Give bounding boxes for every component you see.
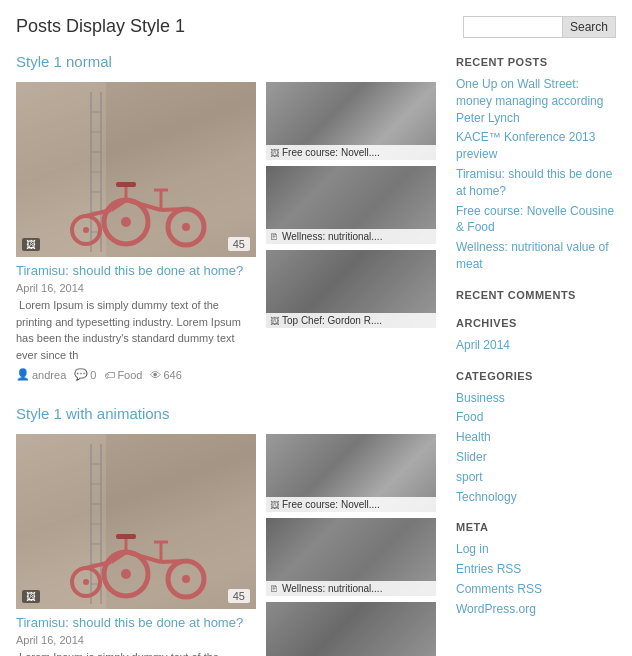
small-post-icon-1-0: 🖼 (270, 148, 279, 158)
small-post-img-1-0: 🖼 Free course: Novell.... (266, 82, 436, 160)
comments-tag-1: 💬 0 (74, 368, 96, 381)
small-post-label-1-1: 🖹 Wellness: nutritional.... (266, 229, 436, 244)
large-post-2: 🖼 45 Tiramisu: should this be done at ho… (16, 434, 256, 656)
section-title-2: Style 1 with animations (16, 405, 436, 422)
small-post-1-1: 🖹 Wellness: nutritional.... (266, 166, 436, 244)
section-title-1: Style 1 normal (16, 53, 436, 70)
meta-link-2[interactable]: Comments RSS (456, 581, 616, 598)
sidebar-categories: CATEGORIES Business Food Health Slider s… (456, 370, 616, 506)
page-title: Posts Display Style 1 (16, 16, 436, 37)
small-post-icon-2-0: 🖼 (270, 500, 279, 510)
svg-point-15 (182, 223, 190, 231)
svg-rect-1 (16, 82, 106, 257)
sidebar-recent-comments: RECENT COMMENTS (456, 289, 616, 301)
recent-post-1[interactable]: KACE™ Konference 2013 preview (456, 129, 616, 163)
large-post-excerpt-1: Lorem Ipsum is simply dummy text of the … (16, 297, 256, 363)
category-4[interactable]: sport (456, 469, 616, 486)
small-post-img-2-1: 🖹 Wellness: nutritional.... (266, 518, 436, 596)
small-post-label-2-1: 🖹 Wellness: nutritional.... (266, 581, 436, 596)
large-post-number-1: 45 (228, 237, 250, 251)
large-post-image-2: 🖼 45 (16, 434, 256, 609)
small-post-icon-1-1: 🖹 (270, 232, 279, 242)
small-post-img-2-0: 🖼 Free course: Novell.... (266, 434, 436, 512)
meta-link-1[interactable]: Entries RSS (456, 561, 616, 578)
recent-comments-title: RECENT COMMENTS (456, 289, 616, 301)
category-0[interactable]: Business (456, 390, 616, 407)
recent-post-3[interactable]: Free course: Novelle Cousine & Food (456, 203, 616, 237)
search-button[interactable]: Search (563, 16, 616, 38)
small-posts-1: 🖼 Free course: Novell.... 🖹 Wellness: nu… (266, 82, 436, 381)
large-post-image-svg-2 (16, 434, 256, 609)
search-input[interactable] (463, 16, 563, 38)
svg-rect-51 (116, 534, 136, 539)
svg-rect-27 (16, 434, 106, 609)
meta-title: META (456, 521, 616, 533)
archive-0[interactable]: April 2014 (456, 337, 616, 354)
large-post-tags-1: 👤 andrea 💬 0 🏷 Food 👁 646 (16, 368, 256, 381)
small-post-img-2-2: 🖼 Top Chef: Gordon R.... (266, 602, 436, 656)
recent-post-4[interactable]: Wellness: nutritional value of meat (456, 239, 616, 273)
small-posts-2: 🖼 Free course: Novell.... 🖹 Wellness: nu… (266, 434, 436, 656)
svg-point-39 (121, 569, 131, 579)
large-post-number-2: 45 (228, 589, 250, 603)
large-post-image-svg-1 (16, 82, 256, 257)
svg-point-17 (83, 227, 89, 233)
svg-point-41 (182, 575, 190, 583)
large-post-info-1: Tiramisu: should this be done at home? A… (16, 263, 256, 381)
categories-title: CATEGORIES (456, 370, 616, 382)
meta-link-0[interactable]: Log in (456, 541, 616, 558)
section-style1-animations: Style 1 with animations (16, 405, 436, 656)
posts-grid-1: 🖼 45 Tiramisu: should this be done at ho… (16, 82, 436, 381)
category-2[interactable]: Health (456, 429, 616, 446)
small-post-icon-1-2: 🖼 (270, 316, 279, 326)
sidebar-recent-posts: RECENT POSTS One Up on Wall Street: mone… (456, 56, 616, 273)
category-3[interactable]: Slider (456, 449, 616, 466)
svg-rect-28 (106, 434, 256, 609)
category-5[interactable]: Technology (456, 489, 616, 506)
recent-post-0[interactable]: One Up on Wall Street: money managing ac… (456, 76, 616, 126)
recent-posts-title: RECENT POSTS (456, 56, 616, 68)
section-style1-normal: Style 1 normal (16, 53, 436, 381)
small-post-label-2-0: 🖼 Free course: Novell.... (266, 497, 436, 512)
small-post-label-1-0: 🖼 Free course: Novell.... (266, 145, 436, 160)
small-post-icon-2-1: 🖹 (270, 584, 279, 594)
small-post-2-2: 🖼 Top Chef: Gordon R.... (266, 602, 436, 656)
large-post-image-1: 🖼 45 (16, 82, 256, 257)
small-post-img-1-1: 🖹 Wellness: nutritional.... (266, 166, 436, 244)
small-post-label-1-2: 🖼 Top Chef: Gordon R.... (266, 313, 436, 328)
meta-link-3[interactable]: WordPress.org (456, 601, 616, 618)
large-post-date-1: April 16, 2014 (16, 282, 256, 294)
large-post-excerpt-2: Lorem Ipsum is simply dummy text of the … (16, 649, 256, 656)
large-post-title-link-1[interactable]: Tiramisu: should this be done at home? (16, 263, 256, 278)
recent-post-2[interactable]: Tiramisu: should this be done at home? (456, 166, 616, 200)
small-post-1-2: 🖼 Top Chef: Gordon R.... (266, 250, 436, 328)
category-1[interactable]: Food (456, 409, 616, 426)
large-post-date-2: April 16, 2014 (16, 634, 256, 646)
large-post-title-link-2[interactable]: Tiramisu: should this be done at home? (16, 615, 256, 630)
svg-rect-2 (106, 82, 256, 257)
svg-point-13 (121, 217, 131, 227)
small-post-img-1-2: 🖼 Top Chef: Gordon R.... (266, 250, 436, 328)
archives-title: ARCHIVES (456, 317, 616, 329)
sidebar-archives: ARCHIVES April 2014 (456, 317, 616, 354)
svg-line-20 (161, 209, 186, 210)
svg-line-46 (161, 561, 186, 562)
sidebar-search: Search (456, 16, 616, 38)
category-tag-1: 🏷 Food (104, 369, 142, 381)
svg-point-43 (83, 579, 89, 585)
large-post-badge-2: 🖼 (22, 590, 40, 603)
svg-rect-25 (116, 182, 136, 187)
large-post-badge-1: 🖼 (22, 238, 40, 251)
main-content: Posts Display Style 1 Style 1 normal (16, 16, 436, 656)
sidebar: Search RECENT POSTS One Up on Wall Stree… (456, 16, 616, 656)
posts-grid-2: 🖼 45 Tiramisu: should this be done at ho… (16, 434, 436, 656)
small-post-2-0: 🖼 Free course: Novell.... (266, 434, 436, 512)
small-post-1-0: 🖼 Free course: Novell.... (266, 82, 436, 160)
large-post-info-2: Tiramisu: should this be done at home? A… (16, 615, 256, 656)
author-tag-1: 👤 andrea (16, 368, 66, 381)
small-post-2-1: 🖹 Wellness: nutritional.... (266, 518, 436, 596)
views-tag-1: 👁 646 (150, 369, 181, 381)
sidebar-meta: META Log in Entries RSS Comments RSS Wor… (456, 521, 616, 617)
page-wrapper: Posts Display Style 1 Style 1 normal (0, 0, 632, 656)
large-post-1: 🖼 45 Tiramisu: should this be done at ho… (16, 82, 256, 381)
